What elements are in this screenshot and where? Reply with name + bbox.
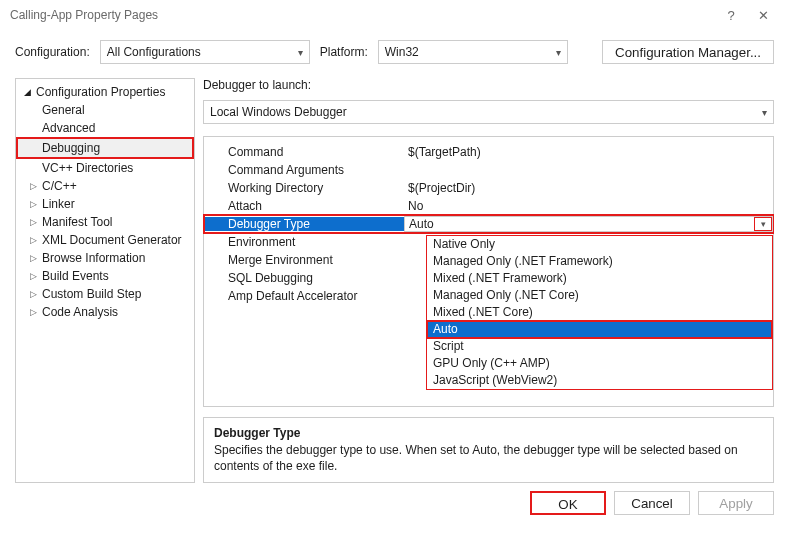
property-row[interactable]: AttachNo: [204, 197, 773, 215]
configuration-manager-button[interactable]: Configuration Manager...: [602, 40, 774, 64]
tree-item-label: Advanced: [42, 121, 95, 135]
tree-item[interactable]: Debugging: [16, 137, 194, 159]
dialog-buttons: OK Cancel Apply: [0, 483, 789, 523]
tree-item-label: Build Events: [42, 269, 109, 283]
expand-icon: ▷: [30, 235, 42, 245]
tree-item-label: Browse Information: [42, 251, 145, 265]
tree-item-label: Manifest Tool: [42, 215, 112, 229]
dropdown-option[interactable]: GPU Only (C++ AMP): [427, 355, 772, 372]
property-label: SQL Debugging: [204, 271, 404, 285]
close-icon[interactable]: ✕: [747, 8, 779, 23]
dropdown-option[interactable]: Managed Only (.NET Core): [427, 287, 772, 304]
property-label: Environment: [204, 235, 404, 249]
chevron-down-icon: ▾: [550, 47, 561, 58]
property-label: Command: [204, 145, 404, 159]
expand-icon: ▷: [30, 307, 42, 317]
tree-item-label: Custom Build Step: [42, 287, 141, 301]
expand-icon: ▷: [30, 217, 42, 227]
property-label: Attach: [204, 199, 404, 213]
property-label: Amp Default Accelerator: [204, 289, 404, 303]
tree-item[interactable]: ▷Code Analysis: [16, 303, 194, 321]
dropdown-option[interactable]: Mixed (.NET Framework): [427, 270, 772, 287]
cancel-button[interactable]: Cancel: [614, 491, 690, 515]
tree-item-label: Code Analysis: [42, 305, 118, 319]
tree-item-label: XML Document Generator: [42, 233, 182, 247]
debugger-launch-label: Debugger to launch:: [203, 78, 774, 94]
tree-item[interactable]: ▷Linker: [16, 195, 194, 213]
property-label: Working Directory: [204, 181, 404, 195]
tree-item-label: VC++ Directories: [42, 161, 133, 175]
tree-item[interactable]: VC++ Directories: [16, 159, 194, 177]
configuration-combo[interactable]: All Configurations ▾: [100, 40, 310, 64]
tree-item[interactable]: ▷Build Events: [16, 267, 194, 285]
chevron-down-icon: ▾: [292, 47, 303, 58]
tree-view: ◢ Configuration Properties GeneralAdvanc…: [15, 78, 195, 483]
property-label: Command Arguments: [204, 163, 404, 177]
apply-button[interactable]: Apply: [698, 491, 774, 515]
property-value[interactable]: $(TargetPath): [404, 145, 773, 159]
dropdown-option[interactable]: Auto: [427, 321, 772, 338]
collapse-icon: ◢: [24, 87, 36, 97]
expand-icon: ▷: [30, 253, 42, 263]
expand-icon: ▷: [30, 199, 42, 209]
tree-item[interactable]: ▷C/C++: [16, 177, 194, 195]
property-value[interactable]: Auto▾: [404, 216, 773, 232]
tree-item[interactable]: ▷XML Document Generator: [16, 231, 194, 249]
tree-item[interactable]: Advanced: [16, 119, 194, 137]
property-row[interactable]: Command Arguments: [204, 161, 773, 179]
tree-root-label: Configuration Properties: [36, 85, 165, 99]
configuration-value: All Configurations: [107, 45, 292, 59]
platform-label: Platform:: [320, 45, 368, 59]
debugger-type-dropdown[interactable]: Native OnlyManaged Only (.NET Framework)…: [426, 235, 773, 390]
tree-root[interactable]: ◢ Configuration Properties: [16, 83, 194, 101]
tree-item-label: General: [42, 103, 85, 117]
property-value[interactable]: No: [404, 199, 773, 213]
property-value[interactable]: $(ProjectDir): [404, 181, 773, 195]
chevron-down-icon: ▾: [756, 107, 767, 118]
configuration-label: Configuration:: [15, 45, 90, 59]
tree-item[interactable]: General: [16, 101, 194, 119]
property-label: Merge Environment: [204, 253, 404, 267]
debugger-launch-combo[interactable]: Local Windows Debugger ▾: [203, 100, 774, 124]
title-bar: Calling-App Property Pages ? ✕: [0, 0, 789, 30]
dropdown-option[interactable]: Native Only: [427, 236, 772, 253]
property-row[interactable]: Working Directory$(ProjectDir): [204, 179, 773, 197]
dropdown-option[interactable]: JavaScript (WebView2): [427, 372, 772, 389]
property-description: Debugger Type Specifies the debugger typ…: [203, 417, 774, 483]
property-label: Debugger Type: [204, 217, 404, 231]
expand-icon: ▷: [30, 181, 42, 191]
property-row[interactable]: Command$(TargetPath): [204, 143, 773, 161]
dropdown-option[interactable]: Managed Only (.NET Framework): [427, 253, 772, 270]
debugger-launch-value: Local Windows Debugger: [210, 105, 756, 119]
property-row[interactable]: Debugger TypeAuto▾: [204, 215, 773, 233]
platform-combo[interactable]: Win32 ▾: [378, 40, 568, 64]
tree-item-label: Linker: [42, 197, 75, 211]
dropdown-option[interactable]: Mixed (.NET Core): [427, 304, 772, 321]
description-text: Specifies the debugger type to use. When…: [214, 442, 763, 474]
description-title: Debugger Type: [214, 426, 763, 442]
window-title: Calling-App Property Pages: [10, 8, 158, 22]
platform-value: Win32: [385, 45, 550, 59]
tree-item[interactable]: ▷Custom Build Step: [16, 285, 194, 303]
expand-icon: ▷: [30, 271, 42, 281]
dropdown-option[interactable]: Script: [427, 338, 772, 355]
tree-item-label: C/C++: [42, 179, 77, 193]
expand-icon: ▷: [30, 289, 42, 299]
tree-item[interactable]: ▷Browse Information: [16, 249, 194, 267]
right-panel: Debugger to launch: Local Windows Debugg…: [203, 78, 774, 483]
dropdown-button[interactable]: ▾: [754, 217, 772, 231]
tree-item-label: Debugging: [42, 141, 100, 155]
help-icon[interactable]: ?: [715, 8, 747, 23]
property-grid: Command$(TargetPath)Command ArgumentsWor…: [203, 136, 774, 407]
config-bar: Configuration: All Configurations ▾ Plat…: [0, 30, 789, 78]
tree-item[interactable]: ▷Manifest Tool: [16, 213, 194, 231]
ok-button[interactable]: OK: [530, 491, 606, 515]
